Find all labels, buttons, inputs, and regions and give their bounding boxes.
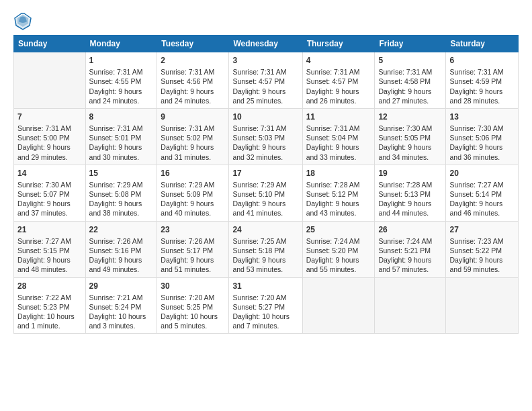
day-info: Sunrise: 7:29 AMSunset: 5:08 PMDaylight:… xyxy=(89,180,154,218)
day-info: Sunrise: 7:27 AMSunset: 5:14 PMDaylight:… xyxy=(449,180,515,218)
day-info: Sunrise: 7:28 AMSunset: 5:12 PMDaylight:… xyxy=(306,180,371,218)
calendar-cell: 8Sunrise: 7:31 AMSunset: 5:01 PMDaylight… xyxy=(85,108,157,165)
day-info: Sunrise: 7:29 AMSunset: 5:10 PMDaylight:… xyxy=(232,180,298,218)
calendar-cell: 28Sunrise: 7:22 AMSunset: 5:23 PMDayligh… xyxy=(14,277,86,334)
day-info: Sunrise: 7:31 AMSunset: 4:56 PMDaylight:… xyxy=(161,67,225,105)
calendar-table: SundayMondayTuesdayWednesdayThursdayFrid… xyxy=(13,35,519,334)
calendar-cell: 11Sunrise: 7:31 AMSunset: 5:04 PMDayligh… xyxy=(302,108,375,165)
day-info: Sunrise: 7:31 AMSunset: 5:00 PMDaylight:… xyxy=(17,124,82,162)
day-number: 22 xyxy=(89,224,154,235)
day-info: Sunrise: 7:30 AMSunset: 5:06 PMDaylight:… xyxy=(449,124,515,162)
day-number: 16 xyxy=(161,168,225,179)
logo-area xyxy=(13,12,35,31)
weekday-header-monday: Monday xyxy=(85,36,157,52)
day-number: 6 xyxy=(449,55,515,66)
calendar-cell: 4Sunrise: 7:31 AMSunset: 4:57 PMDaylight… xyxy=(302,52,375,109)
calendar-cell: 30Sunrise: 7:20 AMSunset: 5:25 PMDayligh… xyxy=(157,277,229,334)
calendar-cell: 5Sunrise: 7:31 AMSunset: 4:58 PMDaylight… xyxy=(375,52,446,109)
day-number: 13 xyxy=(449,111,515,122)
day-number: 23 xyxy=(161,224,225,235)
calendar-cell: 19Sunrise: 7:28 AMSunset: 5:13 PMDayligh… xyxy=(375,165,446,221)
calendar-cell: 6Sunrise: 7:31 AMSunset: 4:59 PMDaylight… xyxy=(446,52,519,109)
day-info: Sunrise: 7:31 AMSunset: 4:59 PMDaylight:… xyxy=(449,67,515,105)
day-info: Sunrise: 7:26 AMSunset: 5:17 PMDaylight:… xyxy=(161,236,225,275)
weekday-header-friday: Friday xyxy=(375,36,446,52)
calendar-week-row: 21Sunrise: 7:27 AMSunset: 5:15 PMDayligh… xyxy=(14,221,519,277)
day-number: 25 xyxy=(306,224,371,235)
day-number: 28 xyxy=(17,281,82,291)
calendar-cell: 23Sunrise: 7:26 AMSunset: 5:17 PMDayligh… xyxy=(157,221,229,277)
day-info: Sunrise: 7:31 AMSunset: 4:58 PMDaylight:… xyxy=(378,67,442,105)
calendar-cell: 10Sunrise: 7:31 AMSunset: 5:03 PMDayligh… xyxy=(229,108,302,165)
day-number: 21 xyxy=(17,224,82,235)
weekday-header-thursday: Thursday xyxy=(302,36,375,52)
day-number: 18 xyxy=(306,168,371,179)
calendar-cell: 25Sunrise: 7:24 AMSunset: 5:20 PMDayligh… xyxy=(302,221,375,277)
day-number: 30 xyxy=(161,281,225,291)
day-number: 10 xyxy=(232,111,298,122)
day-number: 12 xyxy=(378,111,442,122)
day-info: Sunrise: 7:26 AMSunset: 5:16 PMDaylight:… xyxy=(89,236,154,275)
day-number: 26 xyxy=(378,224,442,235)
day-number: 1 xyxy=(89,55,154,66)
calendar-cell: 18Sunrise: 7:28 AMSunset: 5:12 PMDayligh… xyxy=(302,165,375,221)
day-info: Sunrise: 7:28 AMSunset: 5:13 PMDaylight:… xyxy=(378,180,442,218)
day-info: Sunrise: 7:21 AMSunset: 5:24 PMDaylight:… xyxy=(89,293,154,331)
day-number: 9 xyxy=(161,111,225,122)
day-info: Sunrise: 7:31 AMSunset: 5:04 PMDaylight:… xyxy=(306,124,371,162)
weekday-header-sunday: Sunday xyxy=(14,36,86,52)
calendar-cell: 16Sunrise: 7:29 AMSunset: 5:09 PMDayligh… xyxy=(157,165,229,221)
calendar-cell xyxy=(14,52,86,109)
day-info: Sunrise: 7:20 AMSunset: 5:25 PMDaylight:… xyxy=(161,293,225,331)
calendar-cell xyxy=(446,277,519,334)
day-number: 20 xyxy=(449,168,515,179)
calendar-cell: 12Sunrise: 7:30 AMSunset: 5:05 PMDayligh… xyxy=(375,108,446,165)
day-info: Sunrise: 7:24 AMSunset: 5:21 PMDaylight:… xyxy=(378,236,442,275)
day-info: Sunrise: 7:31 AMSunset: 5:02 PMDaylight:… xyxy=(161,124,225,162)
day-info: Sunrise: 7:31 AMSunset: 4:57 PMDaylight:… xyxy=(232,67,298,105)
calendar-cell: 3Sunrise: 7:31 AMSunset: 4:57 PMDaylight… xyxy=(229,52,302,109)
calendar-cell: 15Sunrise: 7:29 AMSunset: 5:08 PMDayligh… xyxy=(85,165,157,221)
calendar-week-row: 14Sunrise: 7:30 AMSunset: 5:07 PMDayligh… xyxy=(14,165,519,221)
day-number: 24 xyxy=(232,224,298,235)
calendar-cell: 26Sunrise: 7:24 AMSunset: 5:21 PMDayligh… xyxy=(375,221,446,277)
calendar-cell: 17Sunrise: 7:29 AMSunset: 5:10 PMDayligh… xyxy=(229,165,302,221)
day-info: Sunrise: 7:30 AMSunset: 5:07 PMDaylight:… xyxy=(17,180,82,218)
day-info: Sunrise: 7:24 AMSunset: 5:20 PMDaylight:… xyxy=(306,236,371,275)
calendar-cell: 9Sunrise: 7:31 AMSunset: 5:02 PMDaylight… xyxy=(157,108,229,165)
day-info: Sunrise: 7:22 AMSunset: 5:23 PMDaylight:… xyxy=(17,293,82,331)
day-number: 15 xyxy=(89,168,154,179)
day-number: 3 xyxy=(232,55,298,66)
day-number: 7 xyxy=(17,111,82,122)
day-info: Sunrise: 7:31 AMSunset: 5:03 PMDaylight:… xyxy=(232,124,298,162)
calendar-cell: 13Sunrise: 7:30 AMSunset: 5:06 PMDayligh… xyxy=(446,108,519,165)
calendar-cell: 24Sunrise: 7:25 AMSunset: 5:18 PMDayligh… xyxy=(229,221,302,277)
day-number: 31 xyxy=(232,281,298,291)
calendar-cell: 7Sunrise: 7:31 AMSunset: 5:00 PMDaylight… xyxy=(14,108,86,165)
day-number: 11 xyxy=(306,111,371,122)
logo-icon xyxy=(13,12,32,31)
header xyxy=(13,12,519,31)
weekday-header-row: SundayMondayTuesdayWednesdayThursdayFrid… xyxy=(14,36,519,52)
day-info: Sunrise: 7:25 AMSunset: 5:18 PMDaylight:… xyxy=(232,236,298,275)
day-number: 19 xyxy=(378,168,442,179)
calendar-cell: 1Sunrise: 7:31 AMSunset: 4:55 PMDaylight… xyxy=(85,52,157,109)
day-number: 5 xyxy=(378,55,442,66)
calendar-week-row: 7Sunrise: 7:31 AMSunset: 5:00 PMDaylight… xyxy=(14,108,519,165)
calendar-cell: 14Sunrise: 7:30 AMSunset: 5:07 PMDayligh… xyxy=(14,165,86,221)
weekday-header-tuesday: Tuesday xyxy=(157,36,229,52)
day-number: 14 xyxy=(17,168,82,179)
calendar-cell xyxy=(302,277,375,334)
day-info: Sunrise: 7:29 AMSunset: 5:09 PMDaylight:… xyxy=(161,180,225,218)
weekday-header-saturday: Saturday xyxy=(446,36,519,52)
day-info: Sunrise: 7:31 AMSunset: 4:57 PMDaylight:… xyxy=(306,67,371,105)
day-number: 2 xyxy=(161,55,225,66)
calendar-cell: 31Sunrise: 7:20 AMSunset: 5:27 PMDayligh… xyxy=(229,277,302,334)
day-number: 4 xyxy=(306,55,371,66)
calendar-cell xyxy=(375,277,446,334)
day-number: 17 xyxy=(232,168,298,179)
day-info: Sunrise: 7:27 AMSunset: 5:15 PMDaylight:… xyxy=(17,236,82,275)
day-info: Sunrise: 7:20 AMSunset: 5:27 PMDaylight:… xyxy=(232,293,298,331)
day-number: 29 xyxy=(89,281,154,291)
calendar-cell: 22Sunrise: 7:26 AMSunset: 5:16 PMDayligh… xyxy=(85,221,157,277)
